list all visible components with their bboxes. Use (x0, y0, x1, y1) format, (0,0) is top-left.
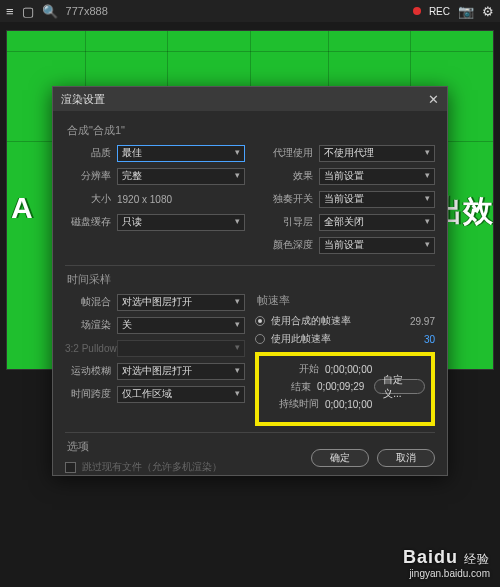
pulldown-select (117, 340, 245, 357)
canvas-dimensions: 777x888 (66, 5, 108, 17)
field-label: 运动模糊 (65, 364, 117, 378)
watermark: Baidu 经验 jingyan.baidu.com (403, 547, 490, 579)
skip-existing-checkbox[interactable] (65, 462, 76, 473)
radio-use-comp-fps[interactable] (255, 316, 265, 326)
field-label: 磁盘缓存 (65, 215, 117, 229)
search-icon[interactable]: 🔍 (42, 4, 58, 19)
radio-use-this-fps[interactable] (255, 334, 265, 344)
radio-label: 使用此帧速率 (271, 332, 331, 346)
resolution-select[interactable]: 完整 (117, 168, 245, 185)
field-label: 分辨率 (65, 169, 117, 183)
duration-label: 持续时间 (265, 397, 319, 411)
framerate-title: 帧速率 (257, 293, 435, 308)
start-value: 0;00;00;00 (325, 364, 372, 375)
viewport-text-left: A (11, 191, 33, 225)
record-label[interactable]: REC (429, 6, 450, 17)
disk-cache-select[interactable]: 只读 (117, 214, 245, 231)
menu-icon[interactable]: ≡ (6, 4, 14, 19)
custom-time-button[interactable]: 自定义... (374, 379, 425, 394)
size-value: 1920 x 1080 (117, 194, 172, 205)
end-value: 0;00;09;29 (317, 381, 364, 392)
proxy-select[interactable]: 不使用代理 (319, 145, 435, 162)
custom-fps-value[interactable]: 30 (424, 334, 435, 345)
watermark-brand: Baidu (403, 547, 458, 567)
field-label: 独奏开关 (255, 192, 319, 206)
end-label: 结束 (265, 380, 311, 394)
field-label: 效果 (255, 169, 319, 183)
ok-button[interactable]: 确定 (311, 449, 369, 467)
gear-icon[interactable]: ⚙ (482, 4, 494, 19)
radio-label: 使用合成的帧速率 (271, 314, 351, 328)
effects-select[interactable]: 当前设置 (319, 168, 435, 185)
settings-col-left: 品质 最佳 分辨率 完整 大小 1920 x 1080 磁盘缓存 只读 (65, 144, 245, 259)
field-label: 帧混合 (65, 295, 117, 309)
field-label: 时间跨度 (65, 387, 117, 401)
start-label: 开始 (265, 362, 319, 376)
window-icon[interactable]: ▢ (22, 4, 34, 19)
time-span-select[interactable]: 仅工作区域 (117, 386, 245, 403)
skip-existing-label: 跳过现有文件（允许多机渲染） (82, 460, 222, 474)
framerate-col: 帧速率 使用合成的帧速率 29.97 使用此帧速率 30 开始 0;00;00;… (255, 293, 435, 426)
close-icon[interactable]: ✕ (428, 92, 439, 107)
settings-col-right: 代理使用 不使用代理 效果 当前设置 独奏开关 当前设置 引导层 全部关闭 颜色… (255, 144, 435, 259)
watermark-url: jingyan.baidu.com (403, 568, 490, 579)
field-label: 场渲染 (65, 318, 117, 332)
field-label: 引导层 (255, 215, 319, 229)
solo-select[interactable]: 当前设置 (319, 191, 435, 208)
record-dot-icon (413, 7, 421, 15)
guide-select[interactable]: 全部关闭 (319, 214, 435, 231)
motion-blur-select[interactable]: 对选中图层打开 (117, 363, 245, 380)
color-depth-select[interactable]: 当前设置 (319, 237, 435, 254)
dialog-titlebar[interactable]: 渲染设置 ✕ (53, 87, 447, 111)
time-range-highlight: 开始 0;00;00;00 结束 0;00;09;29 自定义... 持续时间 … (255, 352, 435, 426)
comp-section-label: 合成"合成1" (67, 123, 435, 138)
field-label: 3:2 Pulldown (65, 343, 117, 354)
field-render-select[interactable]: 关 (117, 317, 245, 334)
time-sampling-col: 帧混合 对选中图层打开 场渲染 关 3:2 Pulldown 运动模糊 对选中图… (65, 293, 245, 426)
render-settings-dialog: 渲染设置 ✕ 合成"合成1" 品质 最佳 分辨率 完整 大小 1920 x 10… (52, 86, 448, 476)
comp-fps-value: 29.97 (410, 316, 435, 327)
top-menu-bar: ≡ ▢ 🔍 777x888 REC 📷 ⚙ (0, 0, 500, 22)
cancel-button[interactable]: 取消 (377, 449, 435, 467)
time-sampling-title: 时间采样 (67, 272, 435, 287)
field-label: 品质 (65, 146, 117, 160)
field-label: 代理使用 (255, 146, 319, 160)
dialog-title: 渲染设置 (61, 92, 105, 107)
duration-value: 0;00;10;00 (325, 399, 372, 410)
camera-icon[interactable]: 📷 (458, 4, 474, 19)
quality-select[interactable]: 最佳 (117, 145, 245, 162)
watermark-sub: 经验 (464, 552, 490, 566)
field-label: 颜色深度 (255, 238, 319, 252)
frame-blend-select[interactable]: 对选中图层打开 (117, 294, 245, 311)
field-label: 大小 (65, 192, 117, 206)
